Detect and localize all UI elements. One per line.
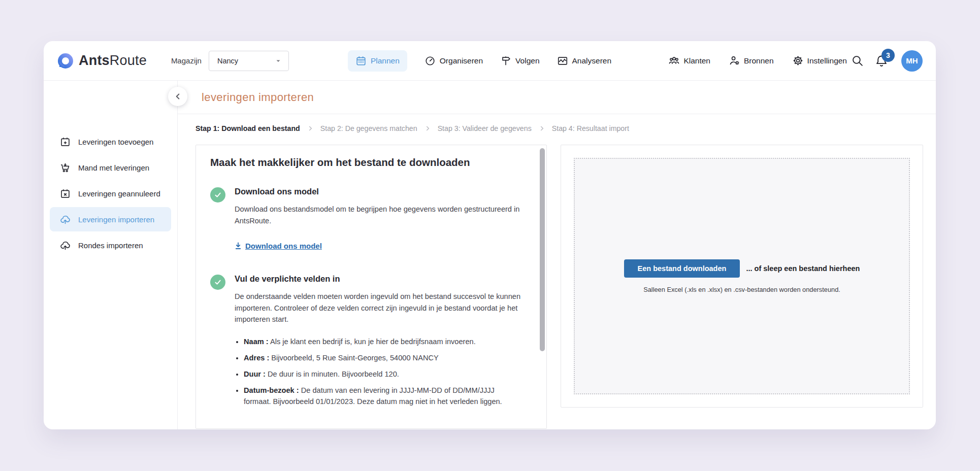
list-item: Adres : Bijvoorbeeld, 5 Rue Saint-George…: [244, 353, 521, 364]
nav-item-instellingen[interactable]: Instellingen: [792, 55, 847, 66]
warehouse-label: Magazijn: [171, 56, 202, 65]
calendar-cancel-icon: [60, 188, 71, 199]
section-body: Download ons bestandsmodel om te begrijp…: [235, 204, 521, 226]
gauge-icon: [424, 55, 436, 66]
download-model-link[interactable]: Download ons model: [235, 242, 322, 250]
chevron-left-icon: [172, 91, 183, 102]
nav-item-organiseren[interactable]: Organiseren: [424, 50, 483, 72]
step-2[interactable]: Stap 2: De gegevens matchen: [320, 124, 417, 132]
drag-drop-text: ... of sleep een bestand hierheen: [746, 264, 860, 273]
main-content: leveringen importeren Stap 1: Download e…: [178, 81, 936, 429]
chart-icon: [557, 55, 568, 66]
sidebar-item-leveringen-geannuleerd[interactable]: Leveringen geannuleerd: [50, 181, 171, 206]
download-link-label: Download ons model: [245, 242, 322, 250]
logo-text: AntsRoute: [79, 53, 147, 69]
list-item: Datum-bezoek : De datum van een levering…: [244, 385, 521, 408]
back-button[interactable]: [168, 87, 187, 106]
sidebar-item-label: Leveringen toevoegen: [78, 138, 153, 146]
secondary-nav: Klanten Bronnen: [668, 55, 847, 66]
check-circle-icon: [210, 187, 225, 203]
check-circle-icon: [210, 275, 225, 290]
step-3[interactable]: Stap 3: Valideer de gegevens: [438, 124, 532, 132]
nav-label: Instellingen: [807, 56, 847, 65]
notifications-button[interactable]: 3: [875, 54, 888, 68]
section-body: De onderstaande velden moeten worden ing…: [235, 291, 521, 325]
nav-item-volgen[interactable]: Volgen: [500, 50, 539, 72]
nav-label: Plannen: [371, 56, 400, 65]
sidebar: Leveringen toevoegen Mand met leveringen: [44, 81, 178, 429]
calendar-icon: [355, 55, 367, 66]
nav-item-klanten[interactable]: Klanten: [668, 55, 710, 66]
sidebar-item-label: Rondes importeren: [78, 241, 143, 250]
sidebar-item-rondes-importeren[interactable]: Rondes importeren: [50, 233, 171, 257]
required-fields-list: Naam : Als je klant een bedrijf is, kun …: [244, 337, 521, 407]
nav-item-plannen[interactable]: Plannen: [348, 50, 407, 72]
sidebar-item-mand-met-leveringen[interactable]: Mand met leveringen: [50, 155, 171, 180]
page-header: leveringen importeren: [178, 81, 936, 114]
signpost-icon: [500, 55, 511, 66]
instruction-section-download-model: Download ons model Download ons bestands…: [210, 187, 526, 252]
chevron-right-icon: [538, 125, 545, 132]
upload-panel: Een bestand downloaden ... of sleep een …: [561, 145, 923, 408]
caret-down-icon: [275, 57, 282, 64]
notification-count-badge: 3: [881, 49, 895, 62]
sidebar-item-leveringen-importeren[interactable]: Leveringen importeren: [50, 207, 171, 231]
wizard-steps: Stap 1: Download een bestand Stap 2: De …: [195, 124, 936, 132]
cart-icon: [60, 162, 71, 173]
cloud-upload-icon: [60, 214, 71, 225]
cloud-upload-icon: [60, 240, 71, 251]
top-navigation-bar: AntsRoute Magazijn Nancy: [44, 41, 936, 81]
instruction-section-required-fields: Vul de verplichte velden in De onderstaa…: [210, 274, 526, 412]
sidebar-item-leveringen-toevoegen[interactable]: Leveringen toevoegen: [50, 129, 171, 154]
sidebar-item-label: Leveringen geannuleerd: [78, 189, 160, 198]
list-item: Duur : De duur is in minuten. Bijvoorbee…: [244, 369, 521, 380]
nav-label: Klanten: [683, 56, 710, 65]
calendar-plus-icon: [60, 137, 71, 147]
instructions-heading: Maak het makkelijker om het bestand te d…: [210, 156, 526, 169]
user-gear-icon: [729, 55, 740, 66]
antsroute-logo-icon: [57, 52, 74, 70]
nav-item-analyseren[interactable]: Analyseren: [557, 50, 612, 72]
sidebar-item-label: Leveringen importeren: [78, 215, 154, 224]
sidebar-item-label: Mand met leveringen: [78, 163, 149, 172]
user-avatar[interactable]: MH: [901, 50, 923, 72]
nav-item-bronnen[interactable]: Bronnen: [729, 55, 774, 66]
nav-label: Organiseren: [440, 56, 483, 65]
antsroute-logo: AntsRoute: [57, 52, 147, 70]
file-dropzone[interactable]: Een bestand downloaden ... of sleep een …: [574, 158, 910, 394]
people-icon: [668, 55, 680, 66]
app-window: AntsRoute Magazijn Nancy: [44, 41, 936, 429]
gear-icon: [792, 55, 804, 66]
search-icon[interactable]: [851, 54, 864, 67]
warehouse-select[interactable]: Nancy: [209, 51, 289, 71]
step-1[interactable]: Stap 1: Download een bestand: [195, 124, 300, 132]
list-item: Naam : Als je klant een bedrijf is, kun …: [244, 337, 521, 348]
nav-label: Bronnen: [744, 56, 774, 65]
page-title: leveringen importeren: [202, 91, 314, 104]
chevron-right-icon: [307, 125, 314, 132]
primary-nav: Plannen Organiseren Volgen: [348, 50, 611, 72]
step-4[interactable]: Stap 4: Resultaat import: [552, 124, 629, 132]
upload-file-button[interactable]: Een bestand downloaden: [624, 259, 740, 278]
section-title: Download ons model: [235, 187, 521, 196]
instructions-panel: Maak het makkelijker om het bestand te d…: [195, 145, 547, 429]
nav-label: Volgen: [515, 56, 539, 65]
nav-label: Analyseren: [572, 56, 612, 65]
scrollbar-thumb[interactable]: [540, 148, 545, 351]
warehouse-selected-value: Nancy: [217, 57, 238, 65]
section-title: Vul de verplichte velden in: [235, 274, 521, 284]
chevron-right-icon: [424, 125, 431, 132]
supported-formats-note: Salleen Excel (.xls en .xlsx) en .csv-be…: [643, 286, 840, 293]
download-icon: [235, 242, 242, 250]
